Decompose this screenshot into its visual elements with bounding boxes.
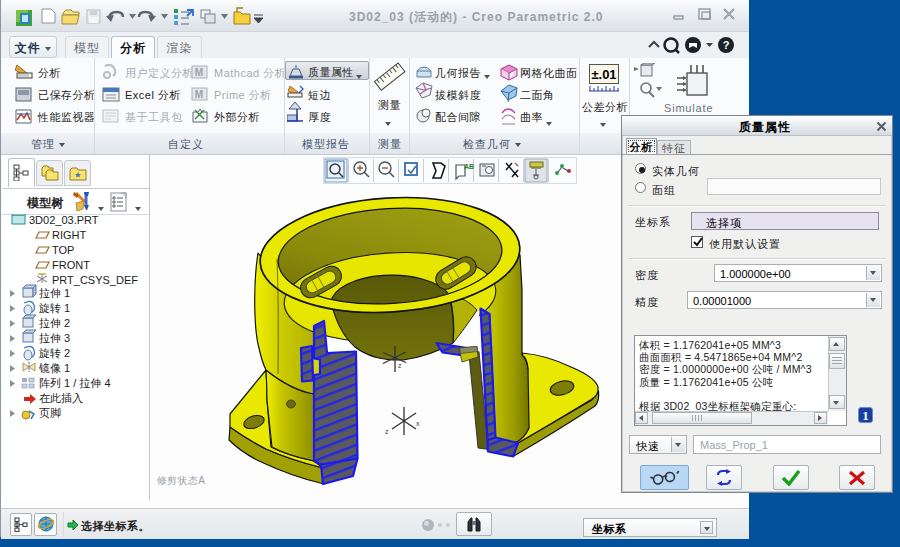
svg-text:?: ?: [723, 39, 730, 51]
svg-text:z: z: [398, 362, 402, 369]
svg-text:M: M: [195, 67, 203, 78]
svg-text:z: z: [385, 428, 389, 435]
svg-text:AB: AB: [464, 163, 474, 170]
svg-text:M: M: [195, 89, 203, 100]
svg-text:x: x: [416, 420, 420, 427]
